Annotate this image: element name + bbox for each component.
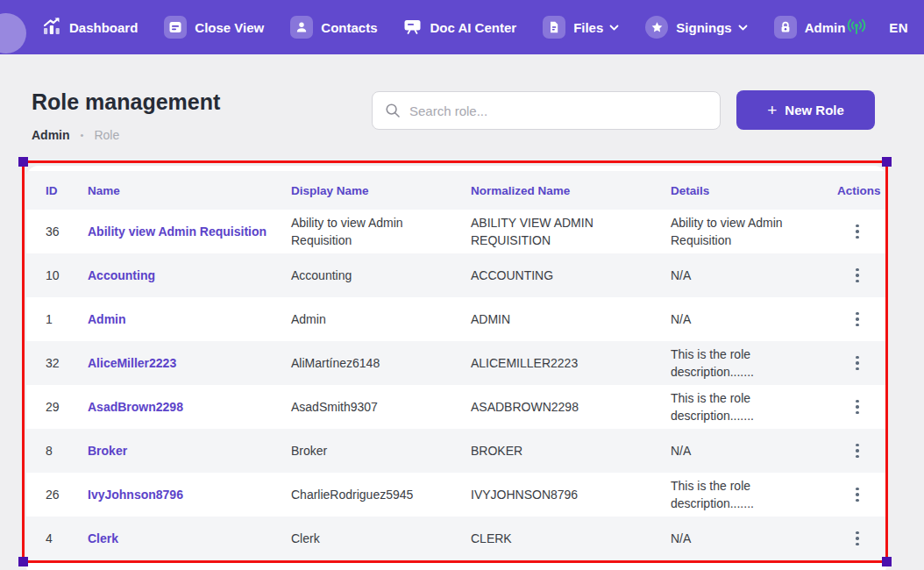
- selection-handle: [882, 157, 892, 167]
- column-header-actions: Actions: [837, 184, 886, 197]
- cell-display-name: Accounting: [291, 267, 471, 284]
- plus-icon: +: [767, 102, 777, 118]
- language-label[interactable]: EN: [889, 20, 908, 35]
- decorative-circle: [0, 13, 26, 53]
- role-name-link[interactable]: Admin: [88, 312, 126, 326]
- table-row: 8 Broker Broker BROKER N/A: [26, 429, 886, 473]
- cell-id: 8: [26, 442, 88, 460]
- role-name-link[interactable]: IvyJohnson8796: [88, 488, 183, 502]
- breadcrumb-role: Role: [94, 128, 119, 142]
- table-row: 32 AliceMiller2223 AliMartínez6148 ALICE…: [26, 341, 886, 385]
- role-name-link[interactable]: AliceMiller2223: [88, 356, 176, 370]
- search-icon: [385, 103, 401, 118]
- chevron-down-icon: [738, 25, 748, 31]
- navbar-right-cluster: EN: [845, 10, 924, 45]
- table-row: 36 Ability view Admin Requisition Abilit…: [26, 210, 886, 253]
- cell-id: 10: [26, 267, 88, 284]
- row-actions-kebab-menu[interactable]: [848, 395, 867, 418]
- new-role-button[interactable]: + New Role: [736, 90, 875, 130]
- cell-normalized-name: BROKER: [471, 442, 671, 460]
- cell-display-name: Broker: [291, 442, 471, 460]
- cell-display-name: Admin: [291, 310, 471, 328]
- cell-details: This is the role description.......: [671, 477, 837, 512]
- nav-item-signings[interactable]: Signings: [645, 16, 747, 39]
- broadcast-signal-icon[interactable]: [845, 17, 868, 38]
- person-icon: [290, 16, 313, 39]
- dashboard-chart-icon: [42, 17, 61, 39]
- cell-details: N/A: [671, 530, 837, 547]
- row-actions-kebab-menu[interactable]: [848, 483, 867, 506]
- breadcrumb-admin[interactable]: Admin: [32, 128, 70, 142]
- role-name-link[interactable]: Ability view Admin Requisition: [88, 224, 267, 239]
- table-row: 1 Admin Admin ADMIN N/A: [26, 297, 886, 341]
- nav-item-contacts[interactable]: Contacts: [290, 16, 377, 39]
- table-header-row: ID Name Display Name Normalized Name Det…: [26, 171, 886, 210]
- role-search-box[interactable]: [372, 91, 721, 130]
- title-block: Role management Admin • Role: [32, 89, 372, 142]
- cell-display-name: AsadSmith9307: [291, 398, 471, 416]
- cell-details: N/A: [671, 442, 837, 460]
- cell-display-name: CharlieRodriguez5945: [291, 486, 471, 503]
- nav-label: Contacts: [321, 20, 377, 35]
- table-row: 4 Clerk Clerk CLERK N/A: [26, 517, 886, 560]
- row-actions-kebab-menu[interactable]: [848, 220, 867, 243]
- cell-id: 36: [26, 223, 88, 240]
- nav-item-dashboard[interactable]: Dashboard: [42, 17, 138, 39]
- cell-normalized-name: CLERK: [471, 530, 671, 547]
- table-row: 29 AsadBrown2298 AsadSmith9307 ASADBROWN…: [26, 385, 886, 429]
- roles-table-card: ID Name Display Name Normalized Name Det…: [26, 166, 886, 570]
- main-navigation: Dashboard Close View Contacts: [42, 16, 845, 39]
- cell-id: 26: [26, 486, 88, 503]
- presentation-icon: [403, 18, 422, 38]
- role-name-link[interactable]: Broker: [88, 444, 127, 458]
- nav-item-admin[interactable]: Admin: [774, 16, 846, 39]
- new-role-label: New Role: [785, 103, 844, 118]
- nav-item-files[interactable]: Files: [543, 16, 619, 39]
- cell-details: This is the role description.......: [671, 346, 837, 381]
- lock-icon: [774, 16, 797, 39]
- cell-details: This is the role description.......: [671, 389, 837, 424]
- page-title: Role management: [32, 89, 372, 114]
- row-actions-kebab-menu[interactable]: [848, 527, 867, 550]
- breadcrumb-separator: •: [81, 130, 84, 140]
- star-icon: [645, 16, 668, 39]
- nav-item-doc-ai-center[interactable]: Doc AI Center: [403, 18, 516, 38]
- cell-details: N/A: [671, 267, 837, 284]
- row-actions-kebab-menu[interactable]: [848, 308, 867, 331]
- nav-label: Files: [573, 20, 603, 35]
- cell-id: 32: [26, 354, 88, 372]
- column-header-name: Name: [88, 184, 291, 197]
- cell-normalized-name: ABILITY VIEW ADMIN REQUISITION: [471, 214, 671, 249]
- role-name-link[interactable]: Accounting: [88, 268, 155, 282]
- row-actions-kebab-menu[interactable]: [848, 439, 867, 462]
- cell-id: 4: [26, 530, 88, 547]
- document-icon: [543, 16, 565, 39]
- nav-label: Close View: [195, 20, 264, 35]
- selection-handle: [18, 157, 28, 167]
- calendar-icon: [164, 16, 187, 39]
- column-header-details: Details: [671, 184, 837, 197]
- table-row: 26 IvyJohnson8796 CharlieRodriguez5945 I…: [26, 473, 886, 517]
- role-name-link[interactable]: Clerk: [88, 531, 118, 545]
- table-row: 10 Accounting Accounting ACCOUNTING N/A: [26, 253, 886, 297]
- cell-normalized-name: ASADBROWN2298: [471, 398, 671, 416]
- cell-details: N/A: [671, 310, 837, 328]
- row-actions-kebab-menu[interactable]: [848, 264, 867, 287]
- cell-details: Ability to view Admin Requisition: [671, 214, 837, 249]
- cell-normalized-name: IVYJOHNSON8796: [471, 486, 671, 503]
- cell-display-name: AliMartínez6148: [291, 354, 471, 372]
- row-actions-kebab-menu[interactable]: [848, 352, 867, 374]
- cell-display-name: Ability to view Admin Requisition: [291, 214, 471, 249]
- column-header-normalized-name: Normalized Name: [471, 184, 671, 197]
- cell-display-name: Clerk: [291, 530, 471, 547]
- search-input[interactable]: [409, 103, 707, 118]
- nav-item-close-view[interactable]: Close View: [164, 16, 264, 39]
- role-name-link[interactable]: AsadBrown2298: [88, 400, 183, 414]
- cell-id: 1: [26, 310, 88, 328]
- nav-label: Doc AI Center: [430, 20, 516, 35]
- page-header: Role management Admin • Role + New Role: [0, 54, 924, 142]
- nav-label: Dashboard: [69, 20, 138, 35]
- cell-id: 29: [26, 398, 88, 416]
- column-header-id: ID: [26, 184, 88, 197]
- cell-normalized-name: ACCOUNTING: [471, 267, 671, 284]
